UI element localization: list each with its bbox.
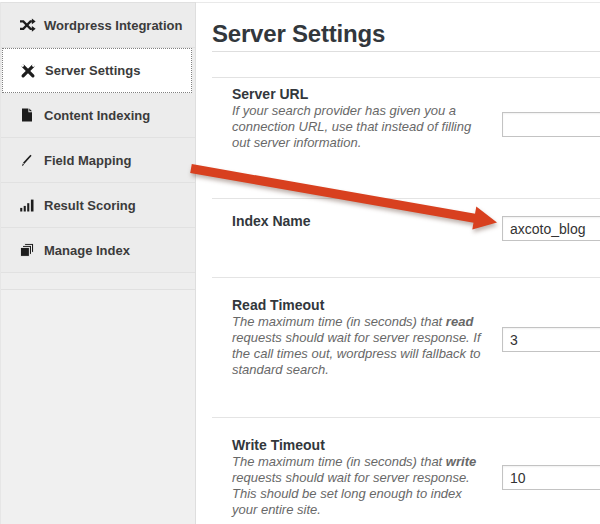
page-title: Server Settings [212, 20, 385, 48]
sidebar-item-label: Content Indexing [44, 108, 150, 123]
server-url-label: Server URL [232, 86, 308, 102]
bar-chart-icon [18, 197, 36, 213]
sidebar-item-label: Field Mapping [44, 153, 131, 168]
sidebar-item-field-mapping[interactable]: Field Mapping [1, 138, 195, 183]
sidebar-item-wordpress-integration[interactable]: Wordpress Integration [1, 3, 195, 48]
sidebar-item-list: Wordpress Integration Server Settings [1, 2, 195, 273]
row-divider [212, 198, 600, 199]
sidebar-item-label: Wordpress Integration [44, 18, 182, 33]
sidebar-item-label: Manage Index [44, 243, 130, 258]
server-url-input[interactable] [502, 112, 600, 137]
write-timeout-label: Write Timeout [232, 437, 325, 453]
sidebar-item-content-indexing[interactable]: Content Indexing [1, 93, 195, 138]
write-timeout-description: The maximum time (in seconds) that write… [232, 454, 484, 518]
read-timeout-label: Read Timeout [232, 297, 324, 313]
stacked-pages-icon [18, 242, 36, 258]
sidebar-empty-band [1, 273, 195, 290]
index-name-input[interactable] [502, 216, 600, 241]
sidebar-item-label: Server Settings [45, 63, 140, 78]
write-timeout-input[interactable] [502, 465, 600, 490]
title-divider [212, 51, 600, 52]
shuffle-icon [18, 17, 36, 33]
settings-sidebar: Wordpress Integration Server Settings [0, 2, 196, 524]
sidebar-filler [1, 290, 195, 524]
pencil-icon [18, 152, 36, 168]
read-timeout-description: The maximum time (in seconds) that read … [232, 314, 484, 378]
sidebar-item-manage-index[interactable]: Manage Index [1, 228, 195, 273]
read-timeout-input[interactable] [502, 327, 600, 352]
plugin-settings-page: Wordpress Integration Server Settings [0, 0, 600, 524]
sidebar-item-server-settings[interactable]: Server Settings [2, 48, 192, 93]
section-divider [212, 77, 600, 78]
tools-icon [19, 63, 37, 79]
server-url-description: If your search provider has given you a … [232, 103, 484, 151]
row-divider [212, 417, 600, 418]
row-divider [212, 277, 600, 278]
document-icon [18, 107, 36, 123]
index-name-label: Index Name [232, 213, 311, 229]
sidebar-item-result-scoring[interactable]: Result Scoring [1, 183, 195, 228]
sidebar-item-label: Result Scoring [44, 198, 136, 213]
